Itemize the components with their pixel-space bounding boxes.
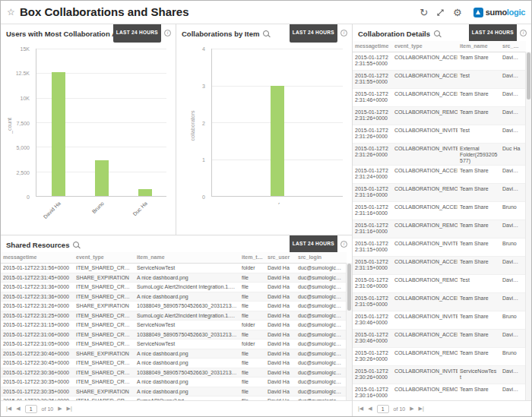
table-cell: COLLABORATION_ACCEPT [392, 257, 458, 266]
table-row[interactable]: 2015-01-12T22:31:16+0000COLLABORATION_RE… [353, 184, 526, 202]
table-cell: Bruno [500, 202, 523, 211]
table-cell: Team Share [458, 348, 500, 357]
table-row[interactable]: 2015-01-12T22:30:36+0000ITEM_SHARED_CREA… [1, 368, 347, 378]
bar-David Ha[interactable] [52, 72, 65, 196]
column-header-src_user[interactable]: src_user [265, 252, 296, 263]
last-page-button[interactable]: ▶| [67, 406, 72, 412]
column-header-messagetime[interactable]: messagetime [353, 41, 392, 52]
column-header-event_type[interactable]: event_type [74, 252, 135, 263]
y-tick-label: 10K [21, 95, 30, 100]
table-row[interactable]: 2015-01-12T22:31:46+0000COLLABORATION_AC… [353, 89, 526, 107]
table-cell: 2015-01-12T22:31:16+0000 [353, 184, 392, 199]
prev-page-button[interactable]: ◀ [368, 406, 372, 412]
panel-title: Collaborations by Item [182, 30, 259, 38]
table-cell: 2015-01-12T22:30:16+0000 [353, 384, 392, 400]
logo-text-logic: logic [507, 8, 525, 17]
column-header-event_type[interactable]: event_type [392, 41, 458, 52]
bar-Bruno[interactable] [95, 160, 109, 196]
table-row[interactable]: 2015-01-12T22:31:24+0000COLLABORATION_AC… [353, 166, 526, 184]
table-row[interactable]: 2015-01-12T22:31:25+0000ITEM_SHARED_CREA… [1, 311, 347, 321]
table-row[interactable]: 2015-01-12T22:31:05+0000COLLABORATION_AC… [353, 293, 526, 311]
vertical-scrollbar[interactable] [525, 52, 531, 401]
next-page-button[interactable]: ▶ [58, 406, 62, 412]
table-row[interactable]: 2015-01-12T22:31:55+0000COLLABORATION_AC… [353, 52, 526, 71]
y-tick-label: 0 [202, 194, 205, 200]
column-header-src_user[interactable]: src_user [500, 41, 523, 52]
table-row[interactable]: 2015-01-12T22:31:16+0000COLLABORATION_RE… [353, 220, 526, 239]
expand-icon[interactable] [436, 8, 445, 17]
table-cell: duc@sumologic.com [296, 359, 344, 368]
first-page-button[interactable]: |◀ [6, 406, 11, 412]
table-row[interactable]: 2015-01-12T22:31:56+0000ITEM_SHARED_CREA… [1, 264, 347, 273]
dashboard-header: ☆ Box Collaborations and Shares ↻ ⚙ sumo… [1, 1, 531, 24]
table-row[interactable]: 2015-01-12T22:31:45+0000SHARE_EXPIRATION… [1, 273, 347, 283]
table-row[interactable]: 2015-01-12T22:31:36+0000ITEM_SHARED_CREA… [1, 283, 347, 292]
table-cell: 2015-01-12T22:31:26+0000 [1, 302, 74, 311]
table-row[interactable]: 2015-01-12T22:31:55+0000COLLABORATION_AC… [353, 71, 526, 89]
table-cell: Test [458, 71, 500, 80]
column-header-item_name[interactable]: item_name [458, 41, 500, 52]
next-page-button[interactable]: ▶ [410, 406, 413, 412]
info-icon[interactable] [164, 30, 171, 36]
table-cell: 2015-01-12T22:31:15+0000 [353, 239, 392, 254]
table-row[interactable]: 2015-01-12T22:30:45+0000ITEM_SHARED_CREA… [1, 359, 347, 368]
bar-Duc Ha[interactable] [138, 189, 152, 196]
table-row[interactable]: 2015-01-12T22:31:06+0000COLLABORATION_RE… [353, 275, 526, 293]
table-row[interactable]: 2015-01-12T22:30:46+0000SHARE_EXPIRATION… [1, 349, 347, 359]
table-row[interactable]: 2015-01-12T22:30:16+0000COLLABORATION_RE… [353, 384, 526, 401]
table-row[interactable]: 2015-01-12T22:31:15+0000ITEM_SHARED_CREA… [1, 321, 347, 330]
info-icon[interactable] [340, 30, 347, 36]
favorite-star-icon[interactable]: ☆ [7, 7, 15, 17]
plot-area [36, 49, 166, 197]
prev-page-button[interactable]: ◀ [16, 406, 20, 412]
table-row[interactable]: 2015-01-12T22:31:26+0000SHARE_EXPIRATION… [1, 302, 347, 311]
vertical-scrollbar[interactable] [346, 263, 352, 401]
table-cell: 2015-01-12T22:30:36+0000 [1, 368, 74, 378]
y-tick-label: 0 [27, 194, 30, 200]
table-cell: David Ha [500, 330, 523, 339]
first-page-button[interactable]: |◀ [358, 406, 363, 412]
column-header-item_type[interactable]: item_type [239, 252, 265, 263]
table-row[interactable]: 2015-01-12T22:30:26+0000COLLABORATION_RE… [353, 348, 526, 366]
table-row[interactable]: 2015-01-12T22:30:46+0000COLLABORATION_AC… [353, 330, 526, 348]
table-row[interactable]: 2015-01-12T22:31:36+0000ITEM_SHARED_CREA… [1, 292, 347, 302]
search-icon[interactable] [434, 30, 440, 36]
column-header-src_login[interactable]: src_login [296, 252, 344, 263]
table-cell: 2015-01-12T22:31:55+0000 [353, 52, 392, 68]
table-cell: David Ha [500, 125, 523, 134]
table-row[interactable]: 2015-01-12T22:31:06+0000ITEM_SHARED_CREA… [1, 330, 347, 340]
gridline [36, 49, 166, 49]
table-row[interactable]: 2015-01-12T22:31:05+0000ITEM_SHARED_CREA… [1, 340, 347, 349]
table-row[interactable]: 2015-01-12T22:31:16+0000COLLABORATION_AC… [353, 202, 526, 220]
table-cell: COLLABORATION_ACCEPT [392, 89, 458, 98]
table-row[interactable]: 2015-01-12T22:30:46+0000COLLABORATION_IN… [353, 311, 526, 330]
refresh-icon[interactable]: ↻ [420, 8, 428, 17]
settings-gear-icon[interactable]: ⚙ [453, 8, 462, 17]
page-input[interactable]: 1 [377, 405, 389, 413]
table-row[interactable]: 2015-01-12T22:31:26+0000COLLABORATION_IN… [353, 144, 526, 166]
scrollbar-thumb[interactable] [347, 264, 351, 311]
search-icon[interactable] [73, 242, 79, 248]
info-icon[interactable] [340, 241, 347, 248]
scrollbar-thumb[interactable] [527, 52, 530, 100]
table-row[interactable]: 2015-01-12T22:31:26+0000COLLABORATION_IN… [353, 125, 526, 144]
collaboration-details-table: messagetimeevent_typeitem_namesrc_user 2… [353, 41, 531, 401]
table-row[interactable]: 2015-01-12T22:31:15+0000COLLABORATION_AC… [353, 257, 526, 275]
table-row[interactable]: 2015-01-12T22:31:15+0000COLLABORATION_IN… [353, 239, 526, 257]
table-cell: Team Share [458, 330, 500, 339]
column-header-item_name[interactable]: item_name [135, 252, 239, 263]
column-header-messagetime[interactable]: messagetime [1, 252, 74, 263]
info-icon[interactable] [520, 30, 527, 36]
page-input[interactable]: 1 [25, 405, 37, 413]
table-cell: folder [239, 264, 265, 273]
table-row[interactable]: 2015-01-12T22:30:35+0000ITEM_SHARED_CREA… [1, 378, 347, 387]
table-row[interactable]: 2015-01-12T22:31:26+0000COLLABORATION_RE… [353, 107, 526, 125]
bar--[interactable] [271, 86, 284, 197]
table-row[interactable]: 2015-01-12T22:30:35+0000SHARE_EXPIRATION… [1, 387, 347, 397]
table-cell: Team Share [458, 293, 500, 302]
last-page-button[interactable]: ▶| [419, 406, 424, 412]
search-icon[interactable] [263, 30, 269, 36]
table-row[interactable]: 2015-01-12T22:30:26+0000COLLABORATION_IN… [353, 366, 526, 384]
table-cell: duc@sumologic.com [296, 340, 344, 349]
item-bar-chart: collaborators 43210 - [184, 49, 343, 197]
